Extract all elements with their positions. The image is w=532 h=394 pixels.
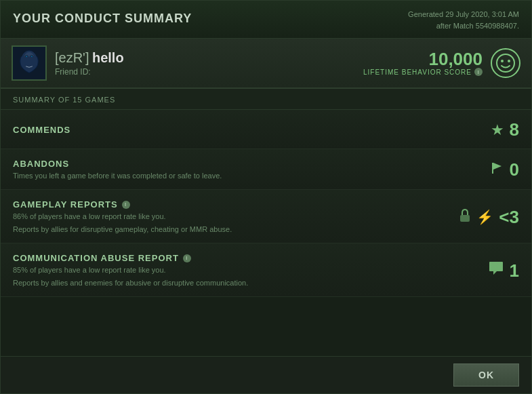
abandons-left: ABANDONS Times you left a game before it…: [13, 159, 465, 181]
gameplay-desc2: Reports by allies for disruptive gamepla…: [13, 224, 459, 235]
abandons-title: ABANDONS: [13, 159, 465, 169]
gameplay-reports-left: GAMEPLAY REPORTS i 86% of players have a…: [13, 199, 459, 235]
svg-rect-12: [460, 215, 470, 222]
abandons-flag-icon: [489, 161, 504, 179]
commends-star-icon: ★: [491, 121, 504, 139]
communication-left: COMMUNICATION ABUSE REPORT i 85% of play…: [13, 253, 465, 288]
page-title: YOUR CONDUCT SUMMARY: [13, 12, 192, 26]
gameplay-reports-title: GAMEPLAY REPORTS i: [13, 199, 459, 210]
commends-right: ★ 8: [465, 119, 519, 140]
communication-chat-icon: [488, 261, 504, 280]
communication-desc1: 85% of players have a low report rate li…: [13, 265, 465, 275]
profile-left: [ezR'] hello Friend ID:: [12, 45, 124, 81]
svg-point-9: [508, 60, 510, 62]
profile-name-line: [ezR'] hello: [55, 50, 124, 66]
svg-point-7: [497, 54, 514, 72]
generated-line1: Generated 29 July 2020, 3:01 AM: [408, 10, 519, 18]
gameplay-reports-row: GAMEPLAY REPORTS i 86% of players have a…: [1, 190, 531, 243]
communication-abuse-row: COMMUNICATION ABUSE REPORT i 85% of play…: [1, 243, 531, 297]
communication-value: 1: [510, 260, 519, 281]
svg-point-8: [501, 60, 504, 62]
conduct-summary-window: YOUR CONDUCT SUMMARY Generated 29 July 2…: [0, 0, 532, 394]
abandons-right: 0: [465, 159, 519, 180]
abandons-desc: Times you left a game before it was comp…: [13, 171, 465, 181]
score-value: 10,000: [363, 50, 483, 68]
behavior-smiley-icon: [491, 48, 520, 78]
svg-marker-11: [493, 163, 502, 170]
svg-rect-10: [492, 163, 493, 174]
communication-title: COMMUNICATION ABUSE REPORT i: [13, 253, 465, 263]
score-block: 10,000 LIFETIME BEHAVIOR SCORE i: [363, 50, 483, 76]
gameplay-desc1: 86% of players have a low report rate li…: [13, 212, 459, 222]
commends-row: COMMENDS ★ 8: [1, 110, 531, 149]
score-area: 10,000 LIFETIME BEHAVIOR SCORE i: [363, 48, 520, 78]
gameplay-info-icon[interactable]: i: [122, 201, 130, 209]
profile-tag: [ezR']: [55, 50, 89, 65]
gameplay-lock-icon: [459, 209, 471, 225]
commends-value: 8: [510, 119, 519, 140]
score-label: LIFETIME BEHAVIOR SCORE i: [363, 68, 483, 76]
commends-left: COMMENDS: [13, 125, 465, 135]
header-meta: Generated 29 July 2020, 3:01 AM after Ma…: [408, 9, 519, 31]
content-area: COMMENDS ★ 8 ABANDONS Times you left a g…: [1, 110, 531, 356]
summary-header: SUMMARY OF 15 GAMES: [1, 89, 531, 110]
friend-id-label: Friend ID:: [55, 67, 124, 77]
header: YOUR CONDUCT SUMMARY Generated 29 July 2…: [1, 1, 531, 39]
commends-title: COMMENDS: [13, 125, 465, 135]
communication-right: 1: [465, 260, 519, 281]
generated-line2: after Match 5540988407.: [436, 22, 519, 30]
score-info-icon[interactable]: i: [474, 68, 483, 76]
summary-label: SUMMARY OF 15 GAMES: [13, 96, 115, 104]
communication-desc2: Reports by allies and enemies for abusiv…: [13, 278, 465, 288]
gameplay-reports-right: ⚡ <3: [459, 207, 519, 228]
abandons-row: ABANDONS Times you left a game before it…: [1, 149, 531, 190]
footer: OK: [1, 356, 531, 393]
avatar: [12, 45, 47, 81]
profile-name: hello: [92, 50, 124, 65]
profile-bar: [ezR'] hello Friend ID: 10,000 LIFETIME …: [1, 39, 531, 89]
profile-info: [ezR'] hello Friend ID:: [55, 50, 124, 77]
ok-button[interactable]: OK: [453, 363, 519, 387]
gameplay-lightning-icon: ⚡: [476, 209, 493, 225]
gameplay-value: <3: [499, 207, 519, 228]
communication-info-icon[interactable]: i: [183, 254, 191, 262]
abandons-value: 0: [510, 159, 519, 180]
